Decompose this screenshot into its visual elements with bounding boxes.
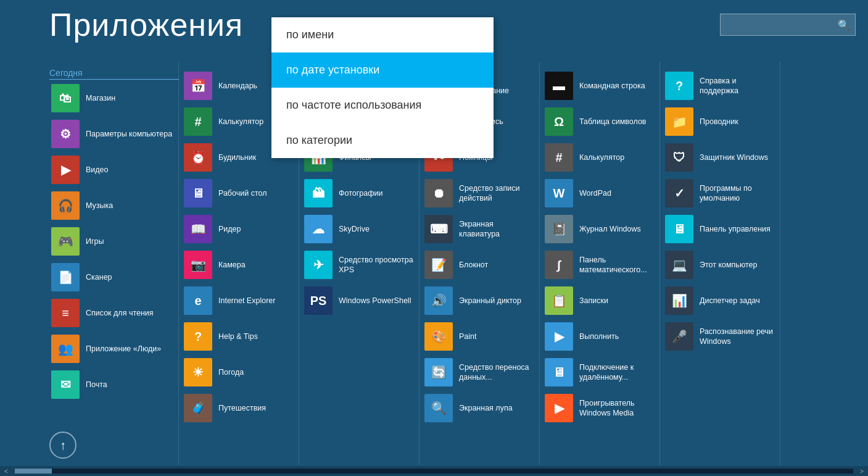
app-icon: 🔊: [424, 286, 453, 315]
app-item[interactable]: ▶Выполнить: [540, 319, 659, 354]
app-name: Параметры компьютера: [86, 129, 172, 139]
app-icon: 📖: [184, 215, 212, 243]
app-icon: 🛍: [51, 84, 80, 112]
app-icon: 👥: [51, 335, 80, 363]
app-item[interactable]: ΩТаблица символов: [540, 104, 659, 140]
app-icon: ☁: [304, 215, 333, 243]
app-icon: 🧳: [184, 394, 212, 422]
app-name: Панель математического...: [579, 255, 655, 275]
scroll-track[interactable]: [15, 469, 853, 474]
sort-dropdown: по именипо дате установкипо частоте испо…: [271, 17, 494, 158]
app-name: Магазин: [86, 93, 115, 103]
app-item[interactable]: ☁SkyDrive: [299, 211, 419, 247]
dropdown-item[interactable]: по дате установки: [271, 52, 494, 88]
dropdown-item[interactable]: по имени: [271, 17, 494, 52]
app-name: Будильник: [218, 152, 256, 162]
scroll-left-arrow[interactable]: <: [0, 466, 12, 476]
app-item[interactable]: ✓Программы по умолчанию: [660, 175, 780, 211]
app-name: Средство записи действий: [459, 183, 534, 204]
app-item[interactable]: PSWindows PowerShell: [299, 283, 419, 319]
app-name: Приложение «Люди»: [86, 344, 161, 354]
scrollbar[interactable]: < >: [0, 466, 868, 476]
app-icon: 🖥: [665, 215, 693, 243]
app-name: Windows PowerShell: [339, 296, 411, 306]
app-name: Записки: [579, 296, 608, 306]
app-name: Панель управления: [700, 224, 771, 234]
app-item[interactable]: ▶Проигрыватель Windows Media: [540, 390, 659, 426]
app-item[interactable]: 🎮Игры: [46, 223, 178, 259]
app-icon: ⚙: [51, 120, 80, 148]
app-item[interactable]: 🛍Магазин: [46, 80, 178, 116]
app-item[interactable]: ?Справка и поддержка: [660, 68, 780, 104]
app-icon: 🎤: [665, 322, 693, 351]
scroll-right-arrow[interactable]: >: [856, 466, 868, 476]
app-item[interactable]: ✉Почта: [46, 367, 178, 403]
app-item[interactable]: ☀Погода: [179, 354, 299, 390]
app-item[interactable]: 🖥Подключение к удалённому...: [540, 354, 659, 390]
app-item[interactable]: ⚙Параметры компьютера: [46, 116, 178, 152]
app-item[interactable]: 💻Этот компьютер: [660, 247, 780, 283]
app-icon: ∫: [545, 251, 573, 279]
app-icon: W: [545, 179, 573, 207]
app-item[interactable]: 📋Записки: [540, 283, 659, 319]
app-name: Проигрыватель Windows Media: [579, 398, 655, 419]
app-item[interactable]: 🎤Распознавание речи Windows: [660, 319, 780, 354]
app-icon: 🎧: [51, 191, 80, 220]
dropdown-item[interactable]: по частоте использования: [271, 88, 494, 123]
app-item[interactable]: ⏺Средство записи действий: [420, 175, 539, 211]
scroll-thumb[interactable]: [15, 469, 52, 474]
app-item[interactable]: 🎨Paint: [420, 319, 539, 354]
app-icon: 📝: [424, 251, 453, 279]
app-item[interactable]: 📊Диспетчер задач: [660, 283, 780, 319]
app-icon: ▶: [545, 394, 573, 422]
app-icon: ▶: [51, 156, 80, 184]
app-name: Сканер: [86, 272, 112, 282]
app-item[interactable]: 🖥Панель управления: [660, 211, 780, 247]
app-item[interactable]: 📝Блокнот: [420, 247, 539, 283]
app-icon: #: [545, 143, 573, 172]
app-item[interactable]: 📷Камера: [179, 247, 299, 283]
app-icon: 📅: [184, 72, 212, 100]
app-name: Игры: [86, 236, 104, 246]
search-bar[interactable]: 🔍: [720, 14, 856, 36]
app-item[interactable]: 📁Проводник: [660, 104, 780, 140]
app-item[interactable]: 📖Ридер: [179, 211, 299, 247]
app-item[interactable]: 🔍Экранная лупа: [420, 390, 539, 426]
app-item[interactable]: ∫Панель математического...: [540, 247, 659, 283]
app-item[interactable]: ▬Командная строка: [540, 68, 659, 104]
app-item[interactable]: ≡Список для чтения: [46, 295, 178, 331]
app-icon: ⏰: [184, 143, 212, 172]
app-icon: ⏺: [424, 179, 453, 207]
app-item[interactable]: 🏔Фотографии: [299, 175, 419, 211]
app-item[interactable]: ✈Средство просмотра XPS: [299, 247, 419, 283]
app-icon: 🖥: [184, 179, 212, 207]
app-item[interactable]: eInternet Explorer: [179, 283, 299, 319]
app-icon: 🎮: [51, 227, 80, 256]
app-item[interactable]: 🔊Экранный диктор: [420, 283, 539, 319]
app-item[interactable]: 🔄Средство переноса данных...: [420, 354, 539, 390]
search-icon[interactable]: 🔍: [838, 19, 850, 31]
app-item[interactable]: #Калькулятор: [540, 140, 659, 175]
app-item[interactable]: ?Help & Tips: [179, 319, 299, 354]
app-item[interactable]: 🎧Музыка: [46, 188, 178, 223]
app-name: Музыка: [86, 201, 113, 211]
app-item[interactable]: ▶Видео: [46, 152, 178, 188]
app-icon: 🎨: [424, 322, 453, 351]
search-input[interactable]: [725, 20, 838, 30]
dropdown-item[interactable]: по категории: [271, 123, 494, 158]
app-item[interactable]: 📄Сканер: [46, 259, 178, 295]
app-item[interactable]: 🧳Путешествия: [179, 390, 299, 426]
app-item[interactable]: 🛡Защитник Windows: [660, 140, 780, 175]
app-item[interactable]: ⌨Экранная клавиатура: [420, 211, 539, 247]
app-icon: ≡: [51, 299, 80, 327]
app-item[interactable]: 📓Журнал Windows: [540, 211, 659, 247]
app-name: Ридер: [218, 224, 241, 234]
app-item[interactable]: 🖥Рабочий стол: [179, 175, 299, 211]
app-item[interactable]: WWordPad: [540, 175, 659, 211]
app-name: Help & Tips: [218, 332, 258, 341]
app-name: Календарь: [218, 81, 257, 91]
app-name: Выполнить: [579, 332, 619, 341]
app-name: Почта: [86, 380, 107, 390]
app-item[interactable]: 👥Приложение «Люди»: [46, 331, 178, 367]
app-name: Фотографии: [339, 188, 382, 198]
